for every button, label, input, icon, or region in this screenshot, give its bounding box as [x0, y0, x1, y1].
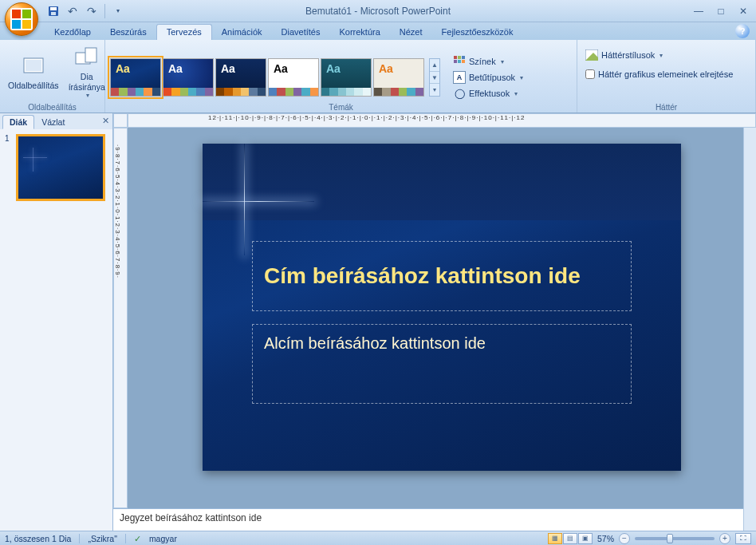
window-controls: — □ ✕ — [691, 4, 751, 18]
theme-color-bar — [163, 88, 213, 96]
zoom-percentage[interactable]: 57% — [597, 534, 614, 543]
colors-icon — [453, 55, 466, 68]
vertical-scrollbar[interactable] — [743, 128, 756, 531]
chevron-down-icon: ▾ — [520, 74, 523, 81]
gallery-scroll-up[interactable]: ▲ — [430, 59, 439, 72]
group-background: Háttérstílusok▾ Háttér grafikus elemeine… — [577, 40, 756, 113]
ruler-corner — [113, 113, 128, 128]
theme-color-bar — [374, 88, 423, 96]
slide-decoration-flare — [244, 144, 245, 255]
hide-bg-graphics-input[interactable] — [585, 69, 595, 79]
status-bar: 1, összesen 1 Dia „Szikra" ✓ magyar ▦ ▤ … — [0, 531, 756, 545]
tab-animations[interactable]: Animációk — [212, 25, 272, 40]
group-label-background: Háttér — [577, 103, 755, 112]
vertical-ruler[interactable]: ·9·8·7·6·5·4·3·2·1·0·1·2·3·4·5·6·7·8·9· — [113, 128, 128, 508]
view-normal-button[interactable]: ▦ — [548, 533, 562, 544]
tab-insert[interactable]: Beszúrás — [100, 25, 156, 40]
fonts-icon: A — [453, 71, 466, 84]
gallery-scroll: ▲ ▼ ▾ — [429, 58, 440, 97]
fit-to-window-button[interactable]: ⛶ — [735, 533, 751, 544]
hide-bg-graphics-checkbox[interactable]: Háttér grafikus elemeinek elrejtése — [582, 68, 736, 81]
theme-color-bar — [321, 88, 371, 96]
svg-rect-8 — [458, 56, 461, 59]
qat-customize-button[interactable]: ▾ — [109, 2, 127, 20]
redo-button[interactable]: ↷ — [83, 2, 100, 20]
tab-review[interactable]: Korrektúra — [329, 25, 389, 40]
zoom-in-button[interactable]: + — [719, 533, 730, 544]
group-themes: AaAaAaAaAaAa ▲ ▼ ▾ Színek▾ A Betűtípusok… — [105, 40, 577, 113]
effects-button[interactable]: ◯ Effektusok▾ — [450, 85, 526, 101]
zoom-slider[interactable] — [635, 537, 715, 540]
orientation-icon — [74, 45, 100, 70]
chevron-down-icon: ▾ — [501, 58, 504, 65]
theme-item[interactable]: Aa — [373, 58, 424, 97]
close-button[interactable]: ✕ — [735, 4, 751, 18]
slides-pane: Diák Vázlat ✕ 1 — [0, 113, 113, 531]
slide-orientation-button[interactable]: Dia írásiránya ▾ — [65, 42, 108, 101]
undo-button[interactable]: ↶ — [64, 2, 81, 20]
chevron-down-icon: ▾ — [514, 90, 518, 97]
fonts-button[interactable]: A Betűtípusok▾ — [450, 69, 526, 85]
zoom-out-button[interactable]: − — [619, 533, 630, 544]
thumbnail-number: 1 — [5, 134, 13, 201]
ribbon: Oldalbeállítás Dia írásiránya ▾ Oldalbeá… — [0, 40, 756, 113]
theme-preview-text: Aa — [111, 59, 160, 88]
tab-developer[interactable]: Fejlesztőeszközök — [432, 25, 523, 40]
background-styles-button[interactable]: Háttérstílusok▾ — [582, 47, 666, 63]
notes-pane[interactable]: Jegyzet beírásához kattintson ide — [113, 508, 756, 531]
view-slideshow-button[interactable]: ▣ — [578, 533, 593, 544]
view-sorter-button[interactable]: ▤ — [563, 533, 577, 544]
tab-view[interactable]: Nézet — [390, 25, 432, 40]
theme-item[interactable]: Aa — [163, 58, 214, 97]
thumbnail-preview[interactable] — [16, 134, 105, 201]
slide-decoration-topbar — [203, 144, 681, 220]
quick-access-toolbar: ↶ ↷ ▾ — [45, 0, 127, 22]
horizontal-ruler[interactable]: 12·|·11·|·10·|·9·|·8·|·7·|·6·|·5·|·4·|·3… — [128, 113, 756, 128]
theme-preview-text: Aa — [216, 59, 266, 88]
thumbnail-item[interactable]: 1 — [5, 134, 108, 201]
orientation-label: Dia írásiránya — [69, 72, 105, 91]
subtitle-placeholder[interactable]: Alcím beírásához kattintson ide — [252, 324, 632, 404]
theme-preview-text: Aa — [374, 59, 423, 88]
theme-item[interactable]: Aa — [268, 58, 319, 97]
minimize-button[interactable]: — — [691, 4, 707, 18]
theme-item[interactable]: Aa — [321, 58, 372, 97]
pane-tab-outline[interactable]: Vázlat — [34, 115, 72, 129]
thumbnail-list: 1 — [0, 129, 112, 531]
qat-separator — [104, 4, 105, 18]
theme-item[interactable]: Aa — [215, 58, 266, 97]
theme-color-bar — [269, 88, 318, 96]
title-placeholder[interactable]: Cím beírásához kattintson ide — [252, 241, 632, 311]
tab-slideshow[interactable]: Diavetítés — [272, 25, 330, 40]
status-language[interactable]: magyar — [149, 534, 177, 543]
theme-color-bar — [111, 88, 160, 96]
svg-rect-7 — [454, 56, 457, 59]
spellcheck-icon[interactable]: ✓ — [134, 534, 141, 543]
theme-preview-text: Aa — [321, 59, 371, 88]
editor-pane: 12·|·11·|·10·|·9·|·8·|·7·|·6·|·5·|·4·|·3… — [113, 113, 756, 531]
page-setup-button[interactable]: Oldalbeállítás — [5, 42, 62, 101]
slide[interactable]: Cím beírásához kattintson ide Alcím beír… — [203, 144, 681, 471]
pane-close-button[interactable]: ✕ — [102, 116, 109, 126]
tab-design[interactable]: Tervezés — [156, 24, 212, 40]
theme-item[interactable]: Aa — [110, 58, 161, 97]
pane-tab-slides[interactable]: Diák — [2, 115, 34, 129]
theme-preview-text: Aa — [163, 59, 213, 88]
title-bar: ↶ ↷ ▾ Bemutató1 - Microsoft PowerPoint —… — [0, 0, 756, 22]
gallery-scroll-down[interactable]: ▼ — [430, 72, 439, 85]
work-area: Diák Vázlat ✕ 1 12·|·11·|·10·|·9·|·8·|·7… — [0, 113, 756, 531]
chevron-down-icon: ▾ — [660, 52, 663, 59]
chevron-down-icon: ▾ — [86, 92, 89, 99]
gallery-more-button[interactable]: ▾ — [430, 84, 439, 96]
slide-canvas[interactable]: Cím beírásához kattintson ide Alcím beír… — [128, 128, 756, 508]
save-button[interactable] — [45, 2, 62, 20]
restore-button[interactable]: □ — [713, 4, 729, 18]
svg-rect-10 — [454, 60, 457, 63]
zoom-slider-thumb[interactable] — [667, 534, 673, 543]
colors-button[interactable]: Színek▾ — [450, 53, 526, 69]
theme-preview-text: Aa — [269, 59, 318, 88]
tab-home[interactable]: Kezdőlap — [45, 25, 100, 40]
help-button[interactable]: ? — [735, 24, 750, 38]
page-setup-icon — [21, 53, 46, 79]
office-button[interactable] — [5, 2, 38, 36]
